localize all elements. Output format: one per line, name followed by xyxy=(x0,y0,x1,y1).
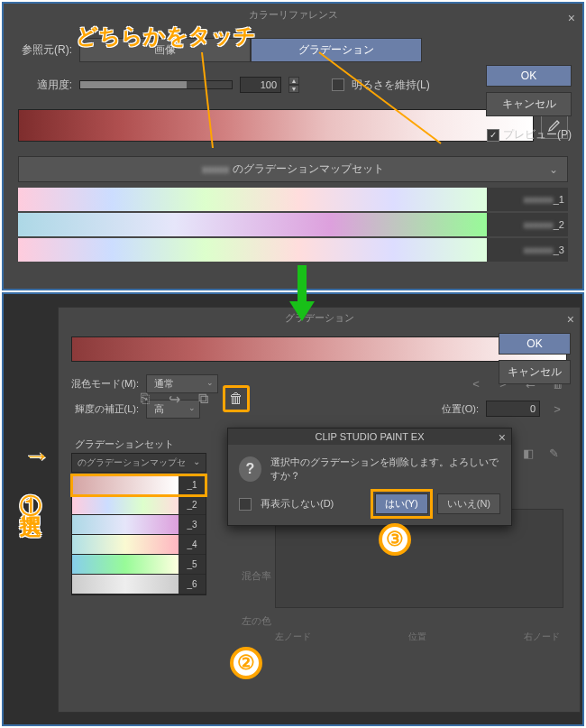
prev-icon[interactable]: < xyxy=(466,373,486,393)
dont-show-again-label: 再表示しない(D) xyxy=(261,497,334,511)
edit-icon[interactable]: ✎ xyxy=(544,443,563,463)
swatch xyxy=(72,575,179,594)
annotation-arrow-down-icon xyxy=(284,262,320,325)
modal-title-bar: CLIP STUDIO PAINT EX × xyxy=(228,429,511,445)
gradient-set-item[interactable]: _6 xyxy=(72,575,206,594)
preview-checkbox[interactable]: ✓ xyxy=(487,129,499,142)
annotation-step-2: ② xyxy=(230,647,262,679)
annotation-step-3: ③ xyxy=(379,523,411,556)
swatch xyxy=(72,475,179,494)
gradient-set-dropdown[interactable]: のグラデーションマップセ ⌄ xyxy=(71,453,206,473)
source-label: 参照元(R): xyxy=(18,42,72,58)
duplicate-icon[interactable]: ⧉ xyxy=(194,390,212,408)
opacity-spinner[interactable]: ▲▼ xyxy=(288,77,299,93)
annotation-arrow-icon: → xyxy=(23,440,50,471)
gradient-set-list: _1 _2 _3 _4 _5 _6 xyxy=(71,475,206,595)
axis-left-node-label: 左ノード xyxy=(275,631,311,643)
ok-button[interactable]: OK xyxy=(486,65,572,87)
preset-list: xxxxxx_1 xxxxxx_2 xxxxxx_3 xyxy=(18,188,568,262)
modal-message: 選択中のグラデーションを削除します。よろしいですか？ xyxy=(270,456,500,483)
modal-title: CLIP STUDIO PAINT EX xyxy=(315,431,424,442)
preview-label: プレビュー(P) xyxy=(503,127,572,143)
gradient-preview-strip xyxy=(18,109,534,142)
preset-label: xxxxxx_2 xyxy=(487,213,568,236)
close-icon[interactable]: × xyxy=(499,430,506,445)
annotation-touch-either: どちらかをタッチ xyxy=(76,22,256,51)
preset-row[interactable]: xxxxxx_2 xyxy=(18,213,568,236)
axis-right-node-label: 右ノード xyxy=(524,631,560,643)
annotation-select-label: ①選択 xyxy=(16,476,45,498)
gradient-set-item[interactable]: _3 xyxy=(72,515,206,535)
preset-row[interactable]: xxxxxx_3 xyxy=(18,238,568,262)
swatch xyxy=(72,555,179,574)
tab-gradient[interactable]: グラデーション xyxy=(251,38,422,62)
gradient-set-item[interactable]: _1 xyxy=(72,475,206,495)
preset-swatch xyxy=(18,213,487,236)
item-label: _5 xyxy=(179,555,206,574)
opacity-value[interactable]: 100 xyxy=(240,77,281,93)
axis-mix-label: 混合率 xyxy=(221,569,271,583)
gradient-set-dropdown-label: のグラデーションマップセット xyxy=(233,161,384,177)
no-button[interactable]: いいえ(N) xyxy=(437,493,500,514)
preset-label: xxxxxx_3 xyxy=(487,238,568,262)
gradient-set-title: グラデーションセット xyxy=(71,436,206,453)
opacity-label: 適用度: xyxy=(18,78,72,93)
preset-row[interactable]: xxxxxx_1 xyxy=(18,188,568,211)
delete-icon[interactable]: 🗑 xyxy=(227,390,245,408)
item-label: _3 xyxy=(179,515,206,534)
gradient-set-dropdown-label: のグラデーションマップセ xyxy=(78,456,186,469)
position-menu-icon[interactable]: > xyxy=(547,399,567,419)
cancel-button[interactable]: キャンセル xyxy=(486,92,572,116)
item-label: _4 xyxy=(179,535,206,554)
preset-swatch xyxy=(18,188,487,211)
color-swatch-button[interactable]: ◧ xyxy=(518,443,538,463)
keep-luminance-checkbox[interactable] xyxy=(332,78,344,91)
dont-show-again-checkbox[interactable] xyxy=(239,498,252,511)
gradient-set-toolbar: ⎘ ↪ ⧉ 🗑 xyxy=(71,385,250,412)
item-label: _2 xyxy=(179,495,206,514)
preset-swatch xyxy=(18,238,487,262)
position-value[interactable]: 0 xyxy=(486,401,540,417)
gradient-preview-strip[interactable] xyxy=(71,336,567,362)
swatch xyxy=(72,495,179,514)
axis-left-color-label: 左の色 xyxy=(221,614,271,628)
new-icon[interactable]: ⎘ xyxy=(136,390,154,408)
dialog-title: カラーリファレンス xyxy=(249,9,338,20)
gradient-set-item[interactable]: _4 xyxy=(72,535,206,555)
ok-button[interactable]: OK xyxy=(499,333,571,355)
position-label: 位置(O): xyxy=(442,402,479,416)
swatch xyxy=(72,535,179,554)
gradient-set-item[interactable]: _2 xyxy=(72,495,206,515)
gradient-set-dropdown[interactable]: xxxxxのグラデーションマップセット ⌄ xyxy=(18,156,568,182)
gradient-set-panel: グラデーションセット のグラデーションマップセ ⌄ _1 _2 _3 _4 _5… xyxy=(71,436,206,595)
opacity-slider[interactable] xyxy=(79,80,233,89)
swatch xyxy=(72,515,179,534)
chevron-down-icon: ⌄ xyxy=(193,456,200,469)
item-label: _1 xyxy=(179,475,206,494)
svg-marker-3 xyxy=(289,301,315,321)
export-icon[interactable]: ↪ xyxy=(165,390,183,408)
color-reference-dialog: カラーリファレンス × どちらかをタッチ 参照元(R): 画像 グラデーション … xyxy=(2,2,584,290)
axis-pos-label: 位置 xyxy=(408,631,426,643)
close-icon[interactable]: × xyxy=(567,309,574,329)
item-label: _6 xyxy=(179,575,206,594)
cancel-button[interactable]: キャンセル xyxy=(499,360,571,384)
yes-button[interactable]: はい(Y) xyxy=(375,493,428,514)
preset-label: xxxxxx_1 xyxy=(487,188,568,211)
gradient-set-item[interactable]: _5 xyxy=(72,555,206,575)
annotation-trash-outline: 🗑 xyxy=(223,385,250,412)
chevron-down-icon: ⌄ xyxy=(549,163,558,176)
keep-luminance-label: 明るさを維持(L) xyxy=(352,78,430,93)
question-icon: ? xyxy=(239,456,261,482)
confirm-delete-dialog: CLIP STUDIO PAINT EX × ? 選択中のグラデーションを削除し… xyxy=(227,428,512,526)
